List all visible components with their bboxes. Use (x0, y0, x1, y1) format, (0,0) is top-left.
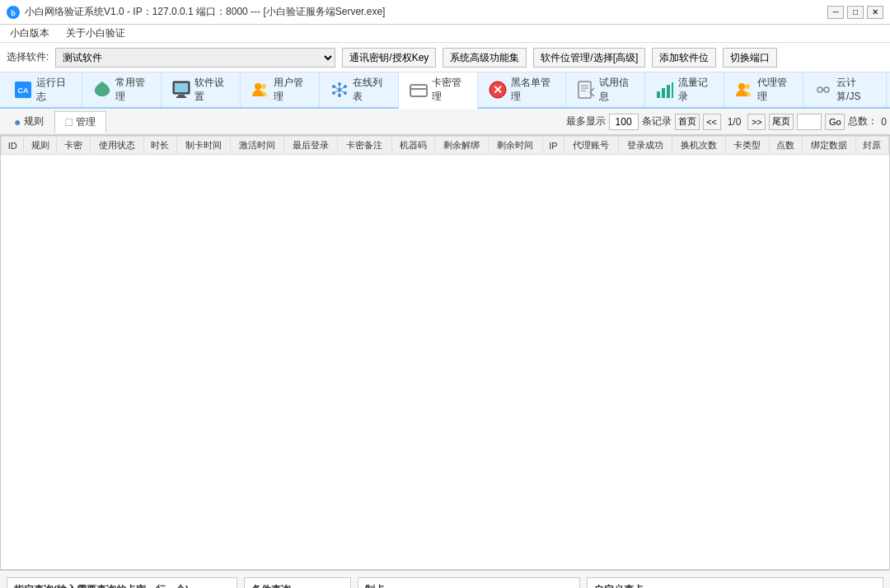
tab-manage-icon: □ (65, 115, 72, 128)
nav-user-mgmt-label: 用户管理 (274, 76, 309, 104)
svg-line-19 (340, 90, 345, 93)
nav-agent-mgmt[interactable]: 代理管理 (724, 72, 803, 107)
col-remaining-unbind: 剩余解绑 (435, 137, 489, 155)
search-section-title: 指定查询(输入需要查询的卡密一行一个) (14, 583, 230, 588)
switch-port-button[interactable]: 切换端口 (723, 48, 777, 68)
card-section-title: 制卡 (365, 583, 573, 588)
advanced-features-button[interactable]: 系统高级功能集 (443, 48, 527, 68)
menu-xiaobai-version[interactable]: 小白版本 (7, 26, 53, 41)
nav-user-mgmt[interactable]: 用户管理 (241, 72, 320, 107)
nav-blacklist-label: 黑名单管理 (511, 76, 555, 104)
main-content: ID 规则 卡密 使用状态 时长 制卡时间 激活时间 最后登录 卡密备注 机器码… (0, 135, 890, 570)
svg-text:b: b (11, 9, 16, 17)
title-bar-left: b 小白网络验证系统V1.0 - IP：127.0.0.1 端口：8000 --… (7, 5, 385, 19)
col-remaining-time: 剩余时间 (489, 137, 542, 155)
last-page-button[interactable]: 尾页 (769, 114, 794, 130)
nav-run-log[interactable]: CA 运行日志 (3, 72, 82, 107)
total-count: 0 (881, 116, 887, 128)
nav-software-settings[interactable]: 软件设置 (162, 72, 241, 107)
software-settings-icon (171, 80, 191, 100)
col-card: 卡密 (57, 137, 90, 155)
nav-flow-log-label: 流量记录 (678, 76, 714, 104)
nav-card-mgmt[interactable]: 卡密管理 (399, 72, 478, 109)
go-button[interactable]: Go (825, 114, 845, 130)
software-position-button[interactable]: 软件位管理/选择[高级] (533, 48, 645, 68)
search-section: 指定查询(输入需要查询的卡密一行一个) 卡密查询 备注查卡 (7, 577, 237, 588)
title-bar: b 小白网络验证系统V1.0 - IP：127.0.0.1 端口：8000 --… (0, 0, 890, 25)
svg-point-37 (738, 83, 745, 90)
nav-software-settings-label: 软件设置 (194, 76, 230, 104)
svg-point-38 (745, 84, 750, 89)
trial-info-icon (576, 80, 596, 100)
svg-line-22 (334, 86, 340, 90)
go-page-input[interactable] (797, 114, 822, 130)
minimize-button[interactable]: ─ (827, 6, 844, 19)
custom-section-title: 自定义查卡 (594, 583, 876, 588)
col-id: ID (2, 137, 24, 155)
svg-line-18 (340, 86, 345, 90)
nav-blacklist[interactable]: ✕ 黑名单管理 (478, 72, 566, 107)
nav-bar: CA 运行日志 常用管理 软件设置 用户管理 (0, 72, 890, 109)
card-table: ID 规则 卡密 使用状态 时长 制卡时间 激活时间 最后登录 卡密备注 机器码… (1, 136, 889, 155)
svg-rect-27 (578, 82, 591, 98)
nav-cloud-calc[interactable]: 云计算/JS (803, 72, 887, 107)
nav-trial-info[interactable]: 试用信息 (566, 72, 645, 107)
nav-online-list[interactable]: 在线列表 (320, 72, 399, 107)
custom-section: 自定义查卡 查找类型 卡密 查找内容 模糊查询 查询 (587, 577, 883, 588)
svg-rect-34 (662, 88, 665, 98)
tab-manage-label: 管理 (76, 115, 96, 129)
app-icon: b (7, 6, 20, 19)
nav-run-log-label: 运行日志 (36, 76, 72, 104)
col-status: 使用状态 (90, 137, 143, 155)
svg-text:✕: ✕ (493, 83, 503, 96)
svg-line-21 (334, 90, 340, 93)
online-list-icon (330, 80, 349, 100)
svg-rect-23 (410, 85, 427, 96)
blacklist-icon: ✕ (488, 80, 508, 100)
auth-key-button[interactable]: 通讯密钥/授权Key (342, 48, 436, 68)
restore-button[interactable]: □ (847, 6, 864, 19)
page-current: 1/0 (728, 116, 742, 128)
nav-card-mgmt-label: 卡密管理 (432, 76, 467, 104)
tab-rules-label: 规则 (24, 114, 44, 128)
col-remark: 卡密备注 (338, 137, 391, 155)
title-text: 小白网络验证系统V1.0 - IP：127.0.0.1 端口：8000 --- … (25, 5, 385, 19)
add-software-button[interactable]: 添加软件位 (652, 48, 716, 68)
bottom-panel: 指定查询(输入需要查询的卡密一行一个) 卡密查询 备注查卡 条件查询 规则 全部… (0, 570, 890, 588)
svg-point-8 (255, 83, 261, 90)
col-create-time: 制卡时间 (176, 137, 230, 155)
col-bind-data: 绑定数据 (802, 137, 855, 155)
svg-rect-5 (175, 83, 188, 92)
agent-mgmt-icon (734, 80, 754, 100)
toolbar-row: 选择软件: 测试软件 通讯密钥/授权Key 系统高级功能集 软件位管理/选择[高… (0, 43, 890, 72)
col-card-type: 卡类型 (725, 137, 769, 155)
software-select[interactable]: 测试软件 (55, 48, 335, 68)
first-page-button[interactable]: 首页 (675, 114, 700, 130)
close-button[interactable]: ✕ (867, 6, 883, 19)
next-page-button[interactable]: >> (747, 114, 766, 130)
flow-log-icon (655, 80, 675, 100)
table-container[interactable]: ID 规则 卡密 使用状态 时长 制卡时间 激活时间 最后登录 卡密备注 机器码… (0, 135, 890, 570)
col-points: 点数 (769, 137, 802, 155)
tab-manage[interactable]: □ 管理 (54, 111, 105, 133)
card-mgmt-icon (409, 80, 429, 100)
col-proxy-account: 代理账号 (564, 137, 618, 155)
col-machine-change: 换机次数 (672, 137, 725, 155)
nav-flow-log[interactable]: 流量记录 (645, 72, 724, 107)
col-login-success: 登录成功 (618, 137, 672, 155)
tab-rules-icon: ● (14, 115, 21, 128)
col-duration: 时长 (143, 137, 176, 155)
max-display-label: 最多显示 (566, 114, 606, 128)
svg-point-9 (261, 84, 266, 89)
max-display-input[interactable]: 100 (609, 114, 639, 130)
total-label: 总数： (848, 114, 878, 128)
nav-agent-mgmt-label: 代理管理 (757, 76, 793, 104)
menu-about[interactable]: 关于小白验证 (63, 26, 129, 41)
col-machine-code: 机器码 (391, 137, 435, 155)
prev-page-button[interactable]: << (703, 114, 721, 130)
nav-online-list-label: 在线列表 (353, 76, 388, 104)
card-section: 制卡 制卡规则 制卡数量 卡密备注 确认制卡 (358, 577, 580, 588)
nav-common-mgmt[interactable]: 常用管理 (82, 72, 162, 107)
tab-rules[interactable]: ● 规则 (3, 110, 54, 133)
svg-point-40 (824, 87, 829, 92)
